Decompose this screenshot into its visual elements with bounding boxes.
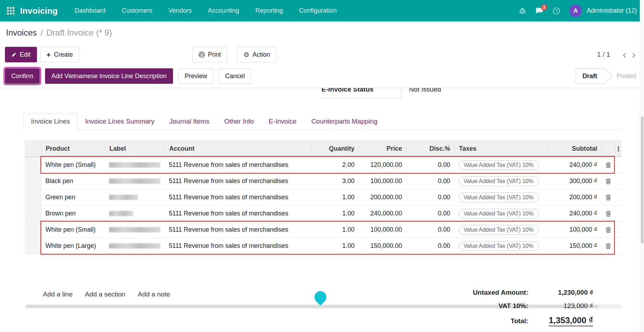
pager-previous-icon[interactable]: ‹ <box>621 49 629 60</box>
discount-cell[interactable]: 0.00 <box>406 189 454 206</box>
product-cell[interactable]: White pen (Small) <box>41 157 105 173</box>
discount-cell[interactable]: 0.00 <box>406 206 454 222</box>
debug-bug-icon[interactable] <box>519 7 526 14</box>
add-vietnamese-description-button[interactable]: Add Vietnamese Invoice Line Description <box>45 68 173 84</box>
tab-invoice-lines-summary[interactable]: Invoice Lines Summary <box>78 113 162 130</box>
column-header-product[interactable]: Product <box>41 141 105 157</box>
discount-cell[interactable]: 0.00 <box>406 157 454 173</box>
pager-next-icon[interactable]: › <box>630 49 638 60</box>
add-a-section-link[interactable]: Add a section <box>85 290 126 298</box>
vertical-scrollbar-thumb[interactable] <box>641 117 644 243</box>
delete-line-button[interactable] <box>601 173 615 189</box>
tax-tag[interactable]: Value Added Tax (VAT) 10% <box>459 209 538 219</box>
status-draft[interactable]: Draft <box>576 68 606 84</box>
delete-line-button[interactable] <box>601 222 615 238</box>
price-cell[interactable]: 100,000.00 <box>359 173 406 189</box>
tab-journal-items[interactable]: Journal Items <box>162 113 217 130</box>
optional-columns-icon[interactable]: ⋮ <box>615 141 621 157</box>
add-a-line-link[interactable]: Add a line <box>43 290 73 298</box>
tab-invoice-lines[interactable]: Invoice Lines <box>23 113 78 130</box>
print-button[interactable]: Print <box>192 47 227 62</box>
taxes-cell[interactable]: Value Added Tax (VAT) 10% <box>454 173 547 189</box>
menu-reporting[interactable]: Reporting <box>255 7 283 14</box>
label-cell[interactable] <box>105 173 165 189</box>
column-header-taxes[interactable]: Taxes <box>454 141 547 157</box>
label-cell[interactable] <box>105 189 165 206</box>
product-cell[interactable]: White pen (Large) <box>41 238 105 254</box>
invoice-line-row[interactable]: Black pen 5111 Revenue from sales of mer… <box>25 173 621 189</box>
quantity-cell[interactable]: 1.00 <box>311 206 359 222</box>
user-avatar[interactable]: A <box>569 5 582 17</box>
create-button[interactable]: + Create <box>40 47 79 62</box>
label-cell[interactable] <box>105 238 165 254</box>
discount-cell[interactable]: 0.00 <box>406 222 454 238</box>
product-cell[interactable]: Green pen <box>41 189 105 206</box>
delete-line-button[interactable] <box>601 189 615 206</box>
row-drag-handle[interactable] <box>25 157 41 173</box>
column-header-label[interactable]: Label <box>105 141 165 157</box>
tax-tag[interactable]: Value Added Tax (VAT) 10% <box>459 160 538 170</box>
activities-clock-icon[interactable] <box>553 7 560 15</box>
price-cell[interactable]: 100,000.00 <box>359 222 406 238</box>
delete-line-button[interactable] <box>601 206 615 222</box>
tax-tag[interactable]: Value Added Tax (VAT) 10% <box>459 193 538 202</box>
taxes-cell[interactable]: Value Added Tax (VAT) 10% <box>454 222 547 238</box>
action-button[interactable]: ⚙ Action <box>237 47 276 62</box>
column-header-quantity[interactable]: Quantity <box>311 141 359 157</box>
user-menu[interactable]: Administrator (12) <box>587 7 637 14</box>
quantity-cell[interactable]: 1.00 <box>311 238 359 254</box>
column-header-disc[interactable]: Disc.% <box>406 141 454 157</box>
label-cell[interactable] <box>105 222 165 238</box>
invoice-line-row[interactable]: Green pen 5111 Revenue from sales of mer… <box>25 189 621 206</box>
tab-counterparts-mapping[interactable]: Counterparts Mapping <box>304 113 385 130</box>
delete-line-button[interactable] <box>601 157 615 173</box>
discount-cell[interactable]: 0.00 <box>406 238 454 254</box>
account-cell[interactable]: 5111 Revenue from sales of merchandises <box>165 222 311 238</box>
tab-other-info[interactable]: Other Info <box>217 113 261 130</box>
product-cell[interactable]: Black pen <box>41 173 105 189</box>
tax-tag[interactable]: Value Added Tax (VAT) 10% <box>459 176 538 186</box>
quantity-cell[interactable]: 2.00 <box>311 157 359 173</box>
invoice-line-row[interactable]: White pen (Small) 5111 Revenue from sale… <box>25 222 621 238</box>
vertical-scrollbar[interactable] <box>640 0 644 332</box>
price-cell[interactable]: 150,000.00 <box>359 238 406 254</box>
quantity-cell[interactable]: 1.00 <box>311 189 359 206</box>
account-cell[interactable]: 5111 Revenue from sales of merchandises <box>165 173 311 189</box>
label-cell[interactable] <box>105 157 165 173</box>
taxes-cell[interactable]: Value Added Tax (VAT) 10% <box>454 238 547 254</box>
invoice-line-row[interactable]: Brown pen 5111 Revenue from sales of mer… <box>25 206 621 222</box>
row-drag-handle[interactable] <box>25 222 41 238</box>
product-cell[interactable]: White pen (Small) <box>41 222 105 238</box>
preview-button[interactable]: Preview <box>178 68 213 84</box>
taxes-cell[interactable]: Value Added Tax (VAT) 10% <box>454 206 547 222</box>
app-name[interactable]: Invoicing <box>20 6 58 16</box>
confirm-button[interactable]: Confirm <box>5 68 40 84</box>
account-cell[interactable]: 5111 Revenue from sales of merchandises <box>165 189 311 206</box>
row-drag-handle[interactable] <box>25 206 41 222</box>
add-a-note-link[interactable]: Add a note <box>138 290 170 298</box>
invoice-line-row[interactable]: White pen (Large) 5111 Revenue from sale… <box>25 238 621 254</box>
column-header-account[interactable]: Account <box>165 141 311 157</box>
quantity-cell[interactable]: 1.00 <box>311 222 359 238</box>
menu-customers[interactable]: Customers <box>122 7 152 14</box>
apps-menu-icon[interactable] <box>7 7 14 14</box>
tab-e-invoice[interactable]: E-Invoice <box>261 113 304 130</box>
account-cell[interactable]: 5111 Revenue from sales of merchandises <box>165 157 311 173</box>
product-cell[interactable]: Brown pen <box>41 206 105 222</box>
taxes-cell[interactable]: Value Added Tax (VAT) 10% <box>454 189 547 206</box>
menu-vendors[interactable]: Vendors <box>168 7 192 14</box>
column-header-subtotal[interactable]: Subtotal <box>547 141 601 157</box>
menu-dashboard[interactable]: Dashboard <box>75 7 106 14</box>
row-drag-handle[interactable] <box>25 173 41 189</box>
edit-button[interactable]: Edit <box>5 47 37 62</box>
account-cell[interactable]: 5111 Revenue from sales of merchandises <box>165 206 311 222</box>
account-cell[interactable]: 5111 Revenue from sales of merchandises <box>165 238 311 254</box>
discount-cell[interactable]: 0.00 <box>406 173 454 189</box>
delete-line-button[interactable] <box>601 238 615 254</box>
tax-tag[interactable]: Value Added Tax (VAT) 10% <box>459 225 538 235</box>
menu-configuration[interactable]: Configuration <box>299 7 337 14</box>
taxes-cell[interactable]: Value Added Tax (VAT) 10% <box>454 157 547 173</box>
cancel-button[interactable]: Cancel <box>219 68 251 84</box>
column-header-price[interactable]: Price <box>359 141 406 157</box>
label-cell[interactable] <box>105 206 165 222</box>
